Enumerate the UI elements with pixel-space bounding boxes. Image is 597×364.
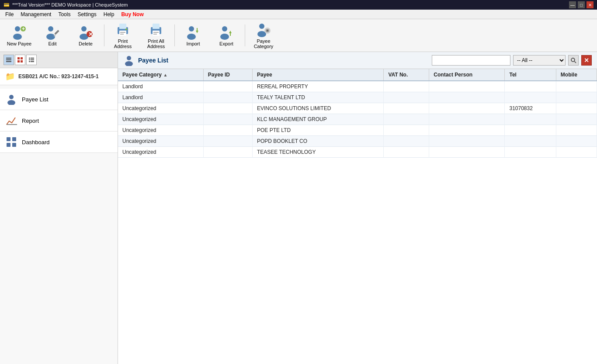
svg-rect-43 [29,58,30,59]
menu-buynow[interactable]: Buy Now [118,10,147,18]
table-cell [556,81,597,92]
export-button[interactable]: Export [211,21,242,50]
table-row[interactable]: UncategorizedPOPD BOOKLET CO [118,136,597,147]
svg-rect-21 [153,32,159,33]
svg-rect-36 [6,58,11,59]
table-cell [429,125,505,136]
thumbnail-view-button[interactable] [15,55,25,65]
svg-text:+: + [22,26,25,32]
svg-point-24 [187,34,196,40]
folder-icon: 📁 [5,72,15,81]
dashboard-nav-label: Dashboard [22,139,50,146]
svg-rect-26 [197,28,198,31]
edit-button[interactable]: Edit [37,21,68,50]
detail-view-button[interactable] [26,55,37,65]
search-icon [570,57,576,63]
svg-rect-54 [12,143,16,147]
new-payee-button[interactable]: + New Payee [3,21,35,50]
table-row[interactable]: UncategorizedEVINCO SOLUTIONS LIMITED310… [118,103,597,114]
svg-rect-45 [29,59,30,60]
table-cell: REREAL PROPERTY [252,81,383,92]
delete-label: Delete [79,41,93,46]
table-cell [384,92,429,103]
svg-rect-40 [21,57,23,59]
table-cell [384,136,429,147]
table-cell [429,147,505,158]
app-icon: 💳 [3,2,10,8]
svg-rect-15 [120,32,125,33]
sidebar-item-dashboard[interactable]: Dashboard [0,132,118,153]
account-item[interactable]: 📁 ESB021 A/C No.: 923-1247-415-1 [0,68,118,85]
sidebar-item-report[interactable]: Report [0,110,118,132]
col-mobile: Mobile [556,69,597,81]
svg-rect-37 [6,59,11,60]
delete-button[interactable]: ✕ Delete [70,21,101,50]
table-cell: KLC MANAGEMENT GROUP [252,114,383,125]
table-cell [429,103,505,114]
import-label: Import [186,41,200,46]
toolbar-separator-3 [245,24,245,46]
table-cell [384,125,429,136]
svg-rect-30 [230,33,231,36]
menu-help[interactable]: Help [100,10,118,18]
print-all-address-icon [148,22,164,38]
import-button[interactable]: Import [177,21,209,50]
menu-settings[interactable]: Settings [74,10,100,18]
table-cell [429,114,505,125]
minimize-button[interactable]: — [569,1,576,8]
sidebar: 📁 ESB021 A/C No.: 923-1247-415-1 Payee L… [0,52,118,364]
menu-tools[interactable]: Tools [55,10,74,18]
payee-list-title: Payee List [138,57,168,64]
payee-category-button[interactable]: Payee Category [248,21,279,50]
category-filter[interactable]: -- All -- Landlord Uncategorized [513,55,566,66]
dashboard-icon [5,136,17,148]
print-all-address-label: Print All Address [142,38,170,49]
search-input[interactable] [432,55,510,66]
table-row[interactable]: UncategorizedPOE PTE LTD [118,125,597,136]
svg-marker-25 [196,31,198,33]
title-bar: 💳 ***Trial Version*** DEMO Workspace | C… [0,0,597,10]
svg-point-28 [220,34,229,40]
svg-point-49 [9,95,14,99]
export-icon [219,24,234,40]
menu-management[interactable]: Management [17,10,55,18]
table-cell [505,147,556,158]
svg-rect-53 [7,143,10,147]
close-button[interactable]: ✕ [587,1,594,8]
table-cell: Uncategorized [118,103,203,114]
table-cell: Uncategorized [118,147,203,158]
table-cell [505,136,556,147]
table-row[interactable]: UncategorizedKLC MANAGEMENT GROUP [118,114,597,125]
table-body: LandlordREREAL PROPERTYLandlordTEALY TAL… [118,81,597,158]
table-cell [203,81,252,92]
payee-category-icon [256,22,271,38]
print-address-button[interactable]: Print Address [107,21,139,50]
print-all-address-button[interactable]: Print All Address [140,21,172,50]
search-button[interactable] [568,55,579,66]
new-payee-icon: + [11,24,27,40]
svg-rect-39 [17,57,20,59]
menu-file[interactable]: File [2,10,17,18]
sidebar-item-payee-list[interactable]: Payee List [0,89,118,110]
svg-rect-38 [6,61,11,62]
table-row[interactable]: LandlordREREAL PROPERTY [118,81,597,92]
table-header: Payee Category ▲ Payee ID Payee VAT No. … [118,69,597,81]
clear-button[interactable]: ✕ [581,55,592,66]
title-bar-controls[interactable]: — □ ✕ [569,1,594,8]
maximize-button[interactable]: □ [578,1,585,8]
payee-header-right: -- All -- Landlord Uncategorized ✕ [432,55,592,66]
chart-icon [5,114,17,127]
svg-rect-6 [54,30,59,35]
table-cell: EVINCO SOLUTIONS LIMITED [252,103,383,114]
list-view-button[interactable] [3,55,14,65]
table-cell: TEASEE TECHNOLOGY [252,147,383,158]
col-payee-id: Payee ID [203,69,252,81]
payee-header: Payee List -- All -- Landlord Uncategori… [118,52,597,69]
sidebar-nav: Payee List Report [0,89,118,153]
col-contact-person: Contact Person [429,69,505,81]
svg-point-4 [48,26,53,31]
toolbar: + New Payee Edit ✕ Delete [0,19,597,52]
table-row[interactable]: UncategorizedTEASEE TECHNOLOGY [118,147,597,158]
svg-line-58 [575,62,576,63]
table-row[interactable]: LandlordTEALY TALENT LTD [118,92,597,103]
